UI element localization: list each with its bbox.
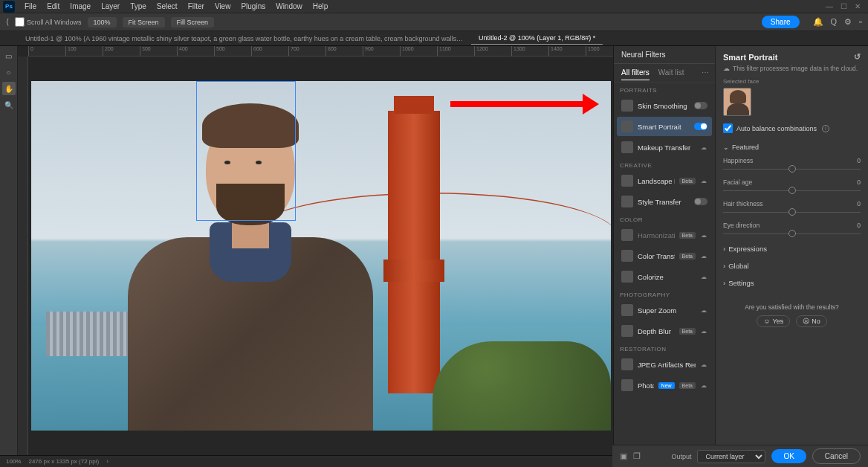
share-button[interactable]: Share [762,16,800,28]
chevron-right-icon[interactable]: › [106,458,108,465]
reset-icon[interactable]: ↺ [854,52,861,62]
section-restoration: RESTORATION [614,341,715,354]
filter-colorize[interactable]: Colorize☁ [617,267,712,286]
filter-skin-smoothing[interactable]: Skin Smoothing [617,96,712,115]
filter-landscape-mixer[interactable]: Landscape MixerBeta☁ [617,171,712,190]
menu-plugins[interactable]: Plugins [236,1,271,12]
menu-file[interactable]: File [19,1,42,12]
document-tabs: Untitled-1 @ 100% (A 1960 vintage metall… [0,31,868,46]
fill-screen-button[interactable]: Fill Screen [171,17,215,28]
chevron-right-icon: › [723,245,725,253]
zoom-status[interactable]: 100% [6,458,21,465]
filter-smart-portrait[interactable]: Smart Portrait [617,117,712,136]
more-options-icon[interactable]: ⋯ [702,68,709,77]
toggle-icon[interactable] [694,198,707,205]
rectangle-select-tool-icon[interactable]: ▭ [2,49,16,62]
download-icon[interactable]: ☁ [700,327,707,335]
cloud-icon: ☁ [723,65,730,72]
group-featured[interactable]: ⌄Featured [723,141,861,154]
filter-photo-restoration[interactable]: Photo Res...NewBeta☁ [617,376,712,395]
slider-eye-direction[interactable]: Eye direction0 [723,222,861,234]
toggle-icon[interactable] [694,102,707,109]
menu-image[interactable]: Image [65,1,96,12]
feedback-no-button[interactable]: ☹No [796,315,827,327]
slider-happiness[interactable]: Happiness0 [723,157,861,170]
menu-layer[interactable]: Layer [96,1,125,12]
tab-untitled-2[interactable]: Untitled-2 @ 100% (Layer 1, RGB/8#) * [471,32,603,45]
ellipse-select-tool-icon[interactable]: ○ [2,65,16,79]
tab-untitled-1[interactable]: Untitled-1 @ 100% (A 1960 vintage metall… [18,33,471,45]
filter-makeup-transfer[interactable]: Makeup Transfer☁ [617,138,712,157]
smile-icon: ☺ [763,318,770,325]
section-creative: CREATIVE [614,158,715,170]
filter-jpeg-artifacts[interactable]: JPEG Artifacts Removal☁ [617,355,712,374]
zoom-tool-icon[interactable]: 🔍 [2,98,16,112]
download-icon[interactable]: ☁ [700,361,707,368]
options-bar: ⟨ Scroll All Windows 100% Fit Screen Fil… [0,13,868,31]
group-settings[interactable]: ›Settings [723,274,861,292]
search-icon[interactable]: Q [831,17,838,27]
fit-screen-button[interactable]: Fit Screen [123,17,165,28]
filter-color-transfer[interactable]: Color TransferBeta☁ [617,246,712,265]
slider-hair-thickness[interactable]: Hair thickness0 [723,200,861,213]
window-minimize-icon[interactable]: — [826,2,833,10]
window-close-icon[interactable]: ✕ [855,2,861,10]
horizontal-ruler: 0100200300400500600700800900100011001200… [28,46,613,57]
layer-mask-icon[interactable]: ▣ [620,451,627,461]
menu-filter[interactable]: Filter [183,1,210,12]
face-detection-box [196,81,296,221]
menu-window[interactable]: Window [271,1,308,12]
face-thumbnail[interactable] [723,88,751,116]
auto-balance-checkbox[interactable] [723,123,733,133]
filter-harmonization[interactable]: HarmonizationBeta☁ [617,225,712,245]
filter-super-zoom[interactable]: Super Zoom☁ [617,300,712,320]
feedback-yes-button[interactable]: ☺Yes [757,315,790,327]
settings-title: Smart Portrait [723,53,777,62]
menu-view[interactable]: View [210,1,236,12]
group-expressions[interactable]: ›Expressions [723,240,861,257]
download-icon[interactable]: ☁ [700,231,707,239]
cloud-note: This filter processes image data in the … [733,65,858,72]
slider-facial-age[interactable]: Facial age0 [723,178,861,191]
filter-depth-blur[interactable]: Depth BlurBeta☁ [617,321,712,341]
menu-type[interactable]: Type [125,1,152,12]
cancel-button[interactable]: Cancel [812,448,861,464]
download-icon[interactable]: ☁ [700,306,707,314]
zoom-level[interactable]: 100% [88,17,117,28]
home-icon[interactable]: ⟨ [6,17,9,27]
menu-bar: Ps File Edit Image Layer Type Select Fil… [0,0,868,13]
download-icon[interactable]: ☁ [700,381,707,389]
hand-tool-icon[interactable]: ✋ [2,82,16,95]
panels-icon[interactable]: ▫ [859,17,862,27]
info-icon[interactable]: i [822,125,829,132]
dimensions-status: 2476 px x 1335 px (72 ppi) [28,458,99,465]
menu-help[interactable]: Help [308,1,334,12]
selected-face-label: Selected face [723,78,861,85]
tab-all-filters[interactable]: All filters [621,68,650,80]
download-icon[interactable]: ☁ [700,273,707,280]
menu-edit[interactable]: Edit [42,1,65,12]
filter-style-transfer[interactable]: Style Transfer [617,192,712,211]
download-icon[interactable]: ☁ [700,177,707,184]
output-label: Output [671,453,691,460]
canvas-area: 0100200300400500600700800900100011001200… [18,46,613,455]
download-icon[interactable]: ☁ [700,144,707,151]
window-restore-icon[interactable]: ☐ [841,2,847,10]
notifications-icon[interactable]: 🔔 [813,17,823,27]
toolbar: ▭ ○ ✋ 🔍 [0,46,18,455]
app-logo: Ps [3,1,15,13]
tab-wait-list[interactable]: Wait list [658,68,684,80]
ok-button[interactable]: OK [771,449,806,463]
output-select[interactable]: Current layer [697,450,765,463]
workspace-icon[interactable]: ⚙ [844,17,852,27]
group-global[interactable]: ›Global [723,257,861,274]
dialog-footer: ▣ ❐ Output Current layer OK Cancel [612,445,868,467]
download-icon[interactable]: ☁ [700,252,707,260]
section-portraits: PORTRAITS [614,83,715,95]
menu-select[interactable]: Select [152,1,183,12]
filter-settings-panel: Smart Portrait↺ ☁This filter processes i… [716,46,868,455]
new-layer-icon[interactable]: ❐ [633,451,641,461]
toggle-icon[interactable] [694,123,707,130]
canvas-document[interactable] [31,81,611,431]
scroll-all-windows-checkbox[interactable]: Scroll All Windows [15,17,82,27]
